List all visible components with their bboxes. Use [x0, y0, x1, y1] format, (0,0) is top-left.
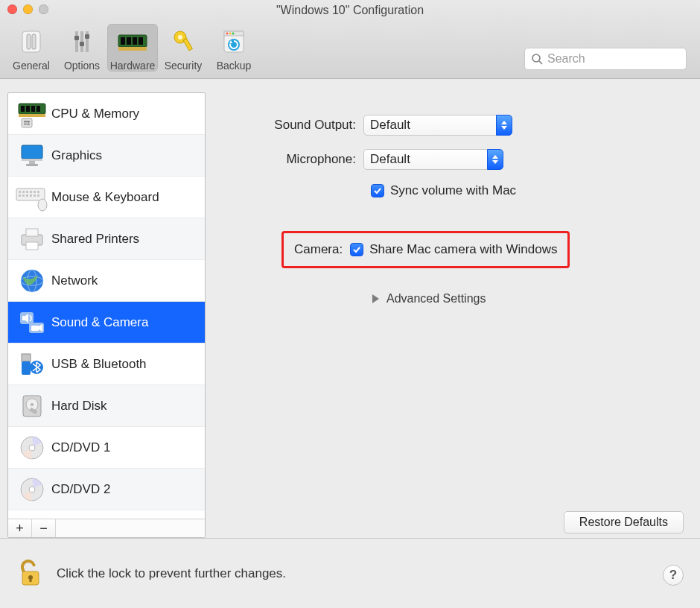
- key-icon: [167, 25, 200, 58]
- sound-output-row: Sound Output: Default: [223, 115, 670, 136]
- svg-rect-2: [32, 34, 36, 49]
- sidebar-item-graphics[interactable]: Graphics: [8, 135, 205, 177]
- checkbox-label: Sync volume with Mac: [390, 183, 516, 198]
- sidebar-item-network[interactable]: Network: [8, 260, 205, 302]
- sound-output-label: Sound Output:: [223, 118, 363, 133]
- microphone-label: Microphone:: [223, 152, 363, 167]
- search-field[interactable]: [524, 48, 687, 70]
- svg-rect-49: [26, 194, 28, 197]
- switch-icon: [15, 25, 48, 58]
- toolbar-tab-hardware[interactable]: Hardware: [107, 24, 158, 72]
- backup-icon: [217, 25, 250, 58]
- sidebar-item-shared-printers[interactable]: Shared Printers: [8, 218, 205, 260]
- sidebar-item-mouse-keyboard[interactable]: Mouse & Keyboard: [8, 177, 205, 218]
- svg-rect-11: [127, 37, 131, 45]
- sidebar-item-cd-dvd-1[interactable]: CD/DVD 1: [8, 427, 205, 469]
- svg-rect-10: [121, 37, 125, 45]
- svg-point-22: [232, 33, 235, 35]
- settings-pane: Sound Output: Default Microphone: Defaul…: [206, 92, 688, 538]
- svg-rect-39: [26, 164, 38, 166]
- sidebar-item-label: Shared Printers: [51, 232, 139, 247]
- svg-rect-65: [22, 354, 31, 361]
- advanced-settings-label: Advanced Settings: [386, 292, 486, 305]
- svg-rect-14: [118, 47, 147, 51]
- svg-rect-29: [26, 106, 30, 112]
- toolbar-tab-label: Hardware: [110, 60, 156, 72]
- checkbox-checked-icon: [350, 243, 363, 256]
- svg-rect-0: [22, 31, 40, 52]
- svg-rect-44: [30, 191, 32, 193]
- microphone-select[interactable]: Default: [363, 149, 503, 170]
- disclosure-triangle-icon: [372, 294, 379, 303]
- help-label: ?: [669, 568, 677, 583]
- toolbar-tab-label: Backup: [217, 60, 252, 72]
- sidebar-item-label: CD/DVD 1: [51, 440, 110, 455]
- sidebar-item-label: Network: [51, 273, 98, 288]
- svg-rect-17: [183, 39, 192, 51]
- sidebar-item-label: CPU & Memory: [51, 107, 139, 121]
- toolbar-tab-options[interactable]: Options: [57, 24, 107, 72]
- close-window-button[interactable]: [7, 4, 17, 14]
- svg-rect-41: [19, 191, 21, 193]
- share-camera-checkbox[interactable]: Share Mac camera with Windows: [350, 242, 557, 257]
- sound-camera-icon: [13, 306, 51, 339]
- sidebar-item-sound-camera[interactable]: Sound & Camera: [8, 302, 205, 343]
- ram-icon: [116, 25, 149, 58]
- svg-rect-36: [22, 145, 42, 159]
- usb-bt-icon: [13, 348, 51, 381]
- remove-device-button[interactable]: −: [32, 519, 56, 537]
- add-device-button[interactable]: +: [8, 519, 32, 537]
- toolbar-tab-label: Security: [165, 60, 203, 72]
- toolbar-tab-label: General: [13, 60, 50, 72]
- help-button[interactable]: ?: [663, 565, 684, 586]
- sidebar-item-hard-disk[interactable]: Hard Disk: [8, 385, 205, 427]
- restore-defaults-button[interactable]: Restore Defaults: [564, 511, 684, 533]
- advanced-settings-toggle[interactable]: Advanced Settings: [372, 292, 670, 305]
- toolbar-tab-label: Options: [64, 60, 100, 72]
- sync-volume-checkbox[interactable]: Sync volume with Mac: [371, 183, 670, 198]
- camera-label: Camera:: [294, 242, 343, 257]
- sidebar-footer: + −: [8, 519, 205, 537]
- microphone-row: Microphone: Default: [223, 149, 670, 170]
- toolbar: General Options Hardware: [0, 21, 700, 79]
- svg-rect-45: [34, 191, 36, 193]
- hdd-icon: [13, 390, 51, 422]
- sidebar-item-label: Sound & Camera: [51, 315, 148, 330]
- svg-rect-37: [22, 159, 42, 161]
- svg-rect-1: [27, 34, 31, 49]
- unlocked-padlock-icon[interactable]: [15, 558, 46, 589]
- toolbar-tab-general[interactable]: General: [6, 24, 57, 72]
- monitor-icon: [13, 139, 51, 172]
- sound-output-select[interactable]: Default: [363, 115, 512, 136]
- toolbar-tab-backup[interactable]: Backup: [209, 24, 259, 72]
- svg-rect-38: [29, 161, 35, 164]
- svg-rect-78: [30, 577, 32, 582]
- titlebar: "Windows 10" Configuration: [0, 0, 700, 21]
- sidebar-item-label: Hard Disk: [51, 399, 107, 414]
- sidebar-item-cpu-memory[interactable]: cpu CPU & Memory: [8, 93, 205, 135]
- svg-point-25: [532, 54, 540, 62]
- sidebar-item-label: CD/DVD 2: [51, 482, 110, 497]
- toolbar-tab-security[interactable]: Security: [158, 24, 209, 72]
- search-input[interactable]: [546, 51, 680, 66]
- keyboard-icon: [13, 181, 51, 214]
- minimize-window-button[interactable]: [23, 4, 33, 14]
- traffic-lights: [7, 4, 48, 14]
- sidebar-item-cd-dvd-2[interactable]: CD/DVD 2: [8, 469, 205, 510]
- svg-rect-66: [22, 361, 31, 375]
- svg-rect-63: [31, 326, 39, 331]
- sidebar-item-label: USB & Bluetooth: [51, 357, 147, 372]
- svg-rect-43: [26, 191, 28, 193]
- select-value: Default: [370, 152, 410, 167]
- window-title: "Windows 10" Configuration: [276, 4, 424, 17]
- svg-rect-6: [74, 36, 79, 40]
- zoom-window-button[interactable]: [39, 4, 48, 14]
- svg-rect-28: [21, 106, 25, 112]
- svg-rect-30: [31, 106, 35, 112]
- svg-rect-52: [37, 194, 39, 197]
- hardware-sidebar: cpu CPU & Memory Graphics: [7, 92, 206, 538]
- content-area: cpu CPU & Memory Graphics: [0, 79, 700, 538]
- select-value: Default: [370, 118, 410, 133]
- sidebar-item-usb-bluetooth[interactable]: USB & Bluetooth: [8, 343, 205, 385]
- select-stepper-icon: [487, 149, 503, 170]
